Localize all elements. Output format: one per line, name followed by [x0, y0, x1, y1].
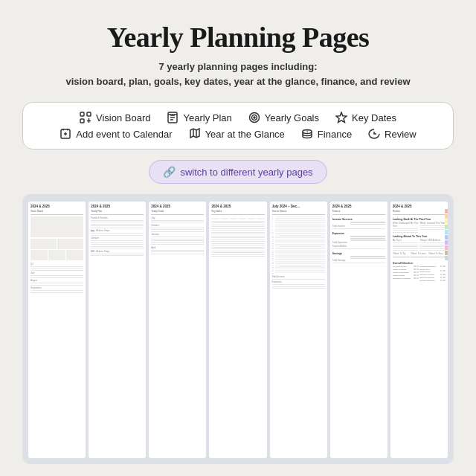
link-icon: 🔗: [163, 166, 176, 178]
nav-box: Vision Board Yearly Plan: [22, 102, 454, 149]
page-title: Yearly Planning Pages: [107, 21, 370, 54]
pp-line-5: [30, 277, 83, 278]
pp-goals-line-13: [151, 254, 204, 254]
nav-yearly-plan[interactable]: Yearly Plan: [167, 112, 231, 123]
pp-fin-row-1: [332, 222, 385, 222]
page-year-glance: July 2024 – Dec… Year at Glance 1 2 3: [270, 202, 327, 458]
yearly-plan-icon: [167, 112, 178, 123]
pp-kd-line-9: [211, 236, 264, 237]
pp-line-4: [30, 275, 83, 276]
pp-past-year: Looking Back At The Past Year: [393, 218, 446, 221]
pp-fin-exp-5: [332, 240, 385, 241]
pp-kd-line-8: [211, 234, 264, 234]
svg-point-12: [254, 117, 255, 118]
switch-pages-button[interactable]: 🔗 switch to different yearly pages: [149, 160, 327, 184]
svg-rect-2: [80, 119, 84, 123]
pp-goals-label2: October: [151, 224, 204, 227]
nav-yearly-goals[interactable]: Yearly Goals: [248, 112, 319, 123]
pp-label-q1: Q1: [30, 263, 83, 266]
year-glance-icon: [189, 128, 201, 140]
pp-divider-4: [211, 214, 264, 215]
page-yearly-goals: 2024 & 2025 Yearly Goals July October Ja…: [149, 202, 206, 458]
pp-past-year-cols: What Challenged Me This Year What I Lear…: [393, 222, 446, 234]
pp-total-income: Total Income: [332, 225, 385, 228]
pp-header-1: 2024 & 2025: [30, 205, 83, 208]
finance-label: Finance: [318, 129, 352, 140]
nav-vision-board[interactable]: Vision Board: [80, 112, 150, 123]
pp-fin-row-3: [332, 224, 385, 225]
pp-fin-exp-1: [332, 236, 385, 237]
page-vision-board: 2024 & 2025 Vision Board Q1 July August: [28, 202, 86, 458]
pp-surplus: Surplus/Deficit: [332, 245, 385, 248]
pp-header-7: 2024 & 2025: [393, 205, 446, 208]
pp-fin-sav-2: [332, 257, 385, 257]
pp-sub-5: Year at Glance: [272, 210, 325, 213]
pp-kd-line-11: [211, 239, 264, 240]
finance-icon: $: [301, 128, 313, 140]
color-tab-8: [445, 245, 448, 250]
nav-key-dates[interactable]: Key Dates: [335, 112, 396, 123]
pp-exp-line-2: [272, 286, 325, 287]
pp-checkin: Overall Check-in: [393, 262, 446, 265]
pp-plan-label1: Family & Friends: [91, 216, 144, 219]
pp-fin-sav-3: [332, 258, 385, 259]
review-label: Review: [385, 129, 416, 140]
pp-sav-line: [332, 263, 385, 263]
nav-finance[interactable]: $ Finance: [301, 128, 352, 140]
nav-year-glance[interactable]: Year at the Glance: [189, 128, 285, 140]
pp-plan-line-6: [91, 233, 144, 234]
pp-learn: I Want To Learn: [411, 252, 428, 255]
pp-line-3: [30, 270, 83, 271]
pp-plan-line-3: [91, 224, 144, 225]
pp-income-sources: Income Sources: [332, 218, 385, 221]
pp-my-top5: My Top 5: [393, 239, 419, 252]
nav-add-event[interactable]: Add event to Calendar: [60, 128, 172, 140]
pp-goals-line-11: [151, 250, 204, 251]
pp-kd-line-7: [211, 232, 264, 233]
pp-kd-line-15: [211, 247, 264, 248]
vision-board-icon: [80, 112, 91, 123]
pp-total-exp: Total Expenses: [332, 241, 385, 244]
color-tab-10: [445, 256, 448, 260]
pp-goals-label1: July: [151, 216, 204, 219]
yearly-goals-icon: [248, 112, 260, 123]
pp-savings-section: Savings: [332, 252, 385, 255]
page-yearly-plan: 2024 & 2025 Yearly Plan Family & Friends…: [89, 202, 146, 458]
svg-rect-0: [80, 112, 84, 116]
switch-button-label: switch to different yearly pages: [180, 167, 312, 178]
color-tab-3: [445, 219, 448, 224]
pp-fin-line-1: [332, 228, 385, 229]
nav-row-1: Vision Board Yearly Plan: [36, 112, 440, 123]
svg-rect-1: [87, 112, 91, 116]
pp-plan-line-8: [91, 240, 144, 241]
pp-goals-line-4: [151, 229, 204, 230]
vision-board-label: Vision Board: [96, 112, 150, 123]
pp-divider-6: [332, 214, 385, 215]
pp-kd-line-1: [211, 221, 264, 222]
color-tab-5: [445, 230, 448, 234]
page-review: 2024 & 2025 Review Looking Back At The P…: [390, 202, 448, 458]
pp-kd-line-14: [211, 245, 264, 245]
pp-action-steps-2: Actions Steps: [96, 250, 109, 253]
pp-mental: Mental & Emotional: [393, 271, 419, 274]
pp-sub-6: Finance: [332, 210, 385, 213]
pp-exp-line-1: [272, 284, 325, 285]
nav-review[interactable]: Review: [368, 128, 416, 140]
color-tab-4: [445, 225, 448, 229]
pp-goals-line-9: [151, 242, 204, 243]
color-tab-6: [445, 235, 448, 239]
svg-marker-13: [336, 112, 347, 123]
pp-plan-line-12: [91, 248, 144, 248]
pp-divider-7: [393, 214, 446, 215]
pp-sub-2: Yearly Plan: [91, 210, 144, 213]
pp-kd-line-20: [211, 256, 264, 257]
nav-row-2: Add event to Calendar Year at the Glance…: [36, 128, 440, 140]
pp-sub-7: Review: [393, 210, 446, 213]
pp-ahead-cols: My Top 5 Things I Will Achieve: [393, 239, 446, 252]
pp-kd-line-2: [211, 222, 264, 223]
pp-goals-label3: January: [151, 233, 204, 236]
pp-kd-line-4: [211, 226, 264, 227]
pp-goals-line-1: [151, 220, 204, 221]
pp-plan-line-11: [91, 246, 144, 247]
pp-goals-line-7: [151, 239, 204, 239]
